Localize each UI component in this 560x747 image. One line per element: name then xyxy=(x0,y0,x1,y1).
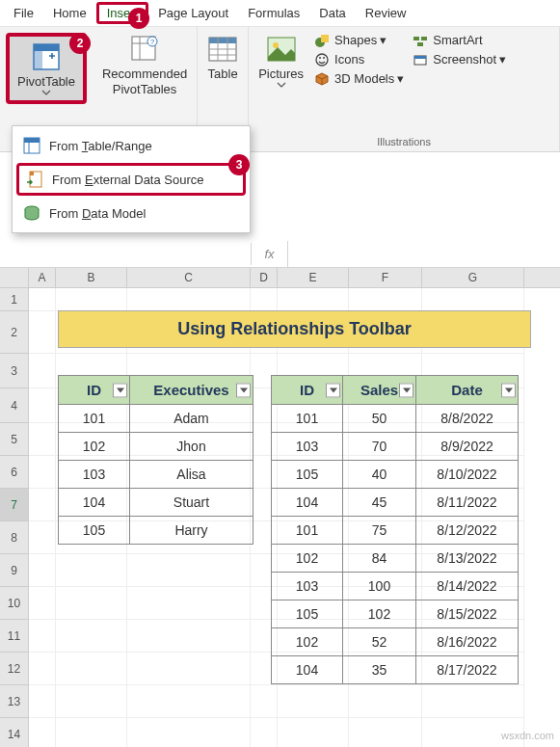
cell[interactable]: 8/14/2022 xyxy=(416,573,519,600)
table-row[interactable]: 102848/13/2022 xyxy=(272,545,519,573)
cell[interactable]: 45 xyxy=(343,489,416,517)
row-header[interactable]: 6 xyxy=(0,456,29,489)
table-row[interactable]: 105Harry xyxy=(59,517,253,545)
cell[interactable]: Jhon xyxy=(130,433,253,461)
cell[interactable]: 70 xyxy=(343,433,416,461)
cell[interactable]: 102 xyxy=(343,600,416,628)
menu-home[interactable]: Home xyxy=(43,2,96,24)
menu-file[interactable]: File xyxy=(4,2,43,24)
from-table-range-item[interactable]: From Table/Range xyxy=(13,130,250,161)
cell[interactable]: 105 xyxy=(59,517,130,545)
table-row[interactable]: 104Stuart xyxy=(59,489,253,517)
cell[interactable]: 102 xyxy=(59,433,130,461)
cell[interactable]: 75 xyxy=(343,517,416,545)
cell[interactable]: 40 xyxy=(343,461,416,489)
menu-review[interactable]: Review xyxy=(356,2,416,24)
table-row[interactable]: 103708/9/2022 xyxy=(272,433,519,461)
from-external-data-item[interactable]: From External Data Source xyxy=(16,163,246,196)
cell[interactable]: 8/9/2022 xyxy=(416,433,519,461)
cell[interactable]: 104 xyxy=(272,656,343,684)
row-header[interactable]: 11 xyxy=(0,620,29,653)
cell[interactable]: 8/10/2022 xyxy=(416,461,519,489)
cell[interactable]: 8/13/2022 xyxy=(416,545,519,573)
row-header[interactable]: 10 xyxy=(0,587,29,620)
th-executives[interactable]: Executives xyxy=(130,376,253,405)
table-row[interactable]: 104358/17/2022 xyxy=(272,656,519,684)
fx-label[interactable]: fx xyxy=(251,243,287,265)
cell[interactable]: 8/15/2022 xyxy=(416,600,519,628)
table-row[interactable]: 104458/11/2022 xyxy=(272,489,519,517)
3dmodels-button[interactable]: 3D Models▾ xyxy=(309,69,408,89)
row-header[interactable]: 12 xyxy=(0,653,29,685)
cell[interactable]: 103 xyxy=(59,461,130,489)
row-header[interactable]: 13 xyxy=(0,685,29,718)
cell[interactable]: 102 xyxy=(272,545,343,573)
cell[interactable]: 52 xyxy=(343,628,416,656)
table-row[interactable]: 101508/8/2022 xyxy=(272,405,519,433)
cell[interactable]: 104 xyxy=(272,489,343,517)
filter-button[interactable] xyxy=(113,383,127,397)
select-all-corner[interactable] xyxy=(0,268,29,287)
cell[interactable]: 101 xyxy=(272,405,343,433)
cell[interactable]: 105 xyxy=(272,461,343,489)
th-id[interactable]: ID xyxy=(59,376,130,405)
pictures-button[interactable]: Pictures xyxy=(253,31,309,91)
cell[interactable]: 8/12/2022 xyxy=(416,517,519,545)
table-row[interactable]: 1051028/15/2022 xyxy=(272,600,519,628)
cell[interactable]: 84 xyxy=(343,545,416,573)
cell[interactable]: 8/16/2022 xyxy=(416,628,519,656)
cell[interactable]: Harry xyxy=(130,517,253,545)
cell[interactable]: 102 xyxy=(272,628,343,656)
cell[interactable]: 105 xyxy=(272,600,343,628)
filter-button[interactable] xyxy=(236,383,251,397)
shapes-button[interactable]: Shapes▾ xyxy=(309,31,408,50)
row-header[interactable]: 5 xyxy=(0,423,29,456)
row-header[interactable]: 2 xyxy=(0,311,29,354)
row-header[interactable]: 9 xyxy=(0,554,29,587)
cell[interactable]: 100 xyxy=(343,573,416,600)
table-row[interactable]: 1031008/14/2022 xyxy=(272,573,519,600)
row-header[interactable]: 7 xyxy=(0,489,29,521)
filter-button[interactable] xyxy=(399,383,413,397)
cell[interactable]: 101 xyxy=(272,517,343,545)
row-header[interactable]: 14 xyxy=(0,718,29,747)
th-id[interactable]: ID xyxy=(272,376,343,405)
table-button[interactable]: Table xyxy=(201,31,244,85)
table-row[interactable]: 102Jhon xyxy=(59,433,253,461)
th-date[interactable]: Date xyxy=(416,376,519,405)
table-row[interactable]: 101758/12/2022 xyxy=(272,517,519,545)
cell[interactable]: 8/17/2022 xyxy=(416,656,519,684)
from-data-model-item[interactable]: From Data Model xyxy=(13,198,250,228)
cell[interactable]: 35 xyxy=(343,656,416,684)
cell[interactable]: 101 xyxy=(59,405,130,433)
th-sales[interactable]: Sales xyxy=(343,376,416,405)
table-row[interactable]: 103Alisa xyxy=(59,461,253,489)
filter-button[interactable] xyxy=(501,383,516,397)
row-header[interactable]: 8 xyxy=(0,521,29,554)
cell[interactable]: 8/11/2022 xyxy=(416,489,519,517)
menu-pagelayout[interactable]: Page Layout xyxy=(148,2,238,24)
cell[interactable]: 103 xyxy=(272,573,343,600)
table-row[interactable]: 102528/16/2022 xyxy=(272,628,519,656)
cell[interactable]: 8/8/2022 xyxy=(416,405,519,433)
icons-button[interactable]: Icons xyxy=(309,50,408,69)
menu-data[interactable]: Data xyxy=(309,2,355,24)
formula-input[interactable] xyxy=(287,241,560,267)
row-header[interactable]: 4 xyxy=(0,388,29,423)
from-data-model-label: From Data Model xyxy=(49,206,146,221)
cell[interactable]: Alisa xyxy=(130,461,253,489)
cell[interactable]: 103 xyxy=(272,433,343,461)
screenshot-button[interactable]: Screenshot▾ xyxy=(408,50,510,69)
filter-button[interactable] xyxy=(326,383,340,397)
cell[interactable]: Adam xyxy=(130,405,253,433)
row-header[interactable]: 3 xyxy=(0,354,29,388)
table-row[interactable]: 101Adam xyxy=(59,405,253,433)
recommended-pivottables-button[interactable]: ? Recommended PivotTables xyxy=(96,31,193,99)
cell[interactable]: Stuart xyxy=(130,489,253,517)
smartart-button[interactable]: SmartArt xyxy=(408,31,510,50)
table-row[interactable]: 105408/10/2022 xyxy=(272,461,519,489)
menu-formulas[interactable]: Formulas xyxy=(238,2,309,24)
cell[interactable]: 50 xyxy=(343,405,416,433)
row-header[interactable]: 1 xyxy=(0,288,29,311)
cell[interactable]: 104 xyxy=(59,489,130,517)
